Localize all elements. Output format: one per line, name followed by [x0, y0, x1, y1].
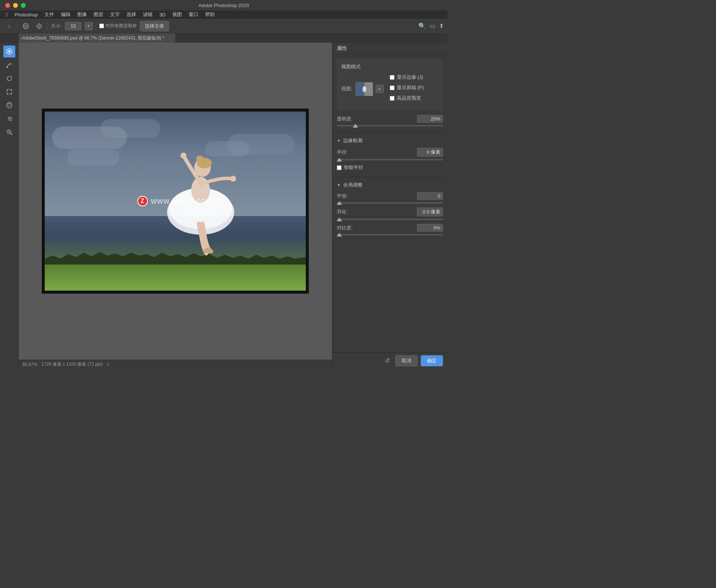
menu-text[interactable]: 文字	[107, 10, 123, 19]
menubar:  Photoshop 文件 编辑 图像 图层 文字 选择 滤镜 3D 视图 窗…	[0, 10, 448, 19]
selection-brush-tool[interactable]	[3, 46, 15, 57]
svg-point-18	[7, 103, 12, 108]
contrast-thumb[interactable]	[337, 233, 342, 237]
zoom-tool[interactable]	[3, 126, 15, 138]
document-tab[interactable]: × AdobeStock_78360685.psd @ 66.7% (Dance…	[19, 34, 176, 43]
all-layers-checkbox-label: 对所有图层取样	[99, 23, 137, 29]
main-layout: Z www.MacZ.com 会打开一个单独的工作区 66.67% 1728 像…	[0, 43, 448, 369]
canvas-content[interactable]: Z www.MacZ.com 会打开一个单独的工作区	[19, 43, 332, 360]
smooth-slider[interactable]	[337, 202, 443, 204]
all-layers-checkbox[interactable]	[99, 24, 104, 28]
view-dropdown-button[interactable]: ▾	[376, 85, 384, 93]
menu-edit[interactable]: 编辑	[58, 10, 73, 19]
titlebar: Adobe Photoshop 2020	[0, 0, 448, 10]
view-mode-title: 视图模式	[341, 63, 439, 70]
menu-3d[interactable]: 3D	[156, 11, 169, 18]
close-button[interactable]	[5, 3, 10, 8]
contrast-row: 对比度: 0%	[337, 224, 443, 232]
transparency-label: 透明度:	[337, 116, 353, 122]
menu-photoshop[interactable]: Photoshop	[12, 11, 41, 18]
reset-button[interactable]: ↺	[382, 356, 392, 366]
home-icon[interactable]: ⌂	[4, 21, 14, 31]
transparency-slider[interactable]	[337, 125, 443, 126]
toolbar-sep-3	[96, 22, 96, 30]
status-bar: 66.67% 1728 像素 x 1100 像素 (72 ppi) >	[19, 360, 332, 369]
toolbar-sep-1	[17, 22, 18, 30]
tab-title: AdobeStock_78360685.psd @ 66.7% (Dancer-…	[22, 35, 164, 41]
speech-bubble-tool[interactable]	[3, 99, 15, 111]
smooth-value[interactable]: 0	[417, 192, 443, 200]
minimize-button[interactable]	[13, 3, 18, 8]
apple-menu[interactable]: 	[3, 11, 11, 18]
brush-tool-icon[interactable]	[21, 21, 31, 31]
svg-point-11	[6, 66, 8, 68]
smart-radius-label: 智能半径	[344, 164, 363, 171]
layout-icon[interactable]: ▭	[430, 22, 435, 29]
select-subject-button[interactable]: 选择主体	[140, 21, 169, 31]
view-label: 视图:	[341, 85, 352, 92]
brush-refine-tool[interactable]	[3, 59, 15, 71]
ok-button[interactable]: 确定	[421, 355, 443, 366]
svg-line-12	[8, 76, 9, 77]
radius-value[interactable]: 0 像素	[417, 148, 443, 157]
all-layers-label: 对所有图层取样	[106, 23, 137, 29]
svg-point-35	[362, 86, 366, 92]
size-label: 大小:	[51, 23, 62, 29]
radius-label: 半径:	[337, 149, 348, 156]
contrast-slider[interactable]	[337, 234, 443, 235]
search-icon[interactable]: 🔍	[418, 22, 426, 29]
menu-select[interactable]: 选择	[123, 10, 139, 19]
view-row: 视图: ▾ 显示边缘 (J)	[341, 74, 439, 104]
view-preview-thumbnail[interactable]	[355, 82, 373, 96]
feather-value[interactable]: 0.0 像素	[417, 207, 443, 216]
size-input[interactable]	[65, 22, 82, 30]
share-icon[interactable]: ⬆	[439, 22, 444, 29]
maximize-button[interactable]	[21, 3, 26, 8]
feather-slider[interactable]	[337, 219, 443, 220]
properties-panel: 属性 视图模式 视图: ▾	[332, 43, 448, 369]
transparency-track	[337, 125, 443, 126]
panel-footer: ↺ 取消 确定	[332, 352, 448, 369]
svg-rect-16	[7, 93, 8, 94]
menu-window[interactable]: 窗口	[186, 10, 201, 19]
menu-file[interactable]: 文件	[41, 10, 57, 19]
transform-tool[interactable]	[3, 86, 15, 98]
lasso-tool[interactable]	[3, 72, 15, 84]
dimensions-info: 1728 像素 x 1100 像素 (72 ppi)	[41, 361, 103, 368]
global-adjust-section: ▼ 全局调整 平滑: 0 羽化: 0.0 像素	[337, 182, 443, 235]
transparency-value[interactable]: 20%	[417, 115, 443, 123]
radius-slider[interactable]	[337, 159, 443, 160]
size-dropdown[interactable]: ▾	[85, 22, 93, 30]
global-adjust-collapse[interactable]: ▼ 全局调整	[337, 182, 443, 188]
edge-detection-collapse[interactable]: ▼ 边缘检测	[337, 137, 443, 144]
svg-point-0	[23, 24, 28, 29]
smooth-thumb[interactable]	[337, 201, 342, 205]
high-quality-label: 高品质预览	[397, 95, 421, 101]
transparency-row: 透明度: 20%	[337, 115, 443, 123]
show-original-checkbox[interactable]	[390, 85, 395, 90]
crosshair-icon[interactable]	[34, 21, 44, 31]
show-edges-checkbox[interactable]	[390, 75, 395, 80]
radius-thumb[interactable]	[337, 158, 342, 162]
status-arrow-icon[interactable]: >	[106, 362, 109, 367]
cloud-4	[67, 149, 119, 166]
menu-filter[interactable]: 滤镜	[140, 10, 156, 19]
hand-tool[interactable]	[3, 113, 15, 125]
cancel-button[interactable]: 取消	[395, 355, 418, 366]
canvas-wrapper: Z www.MacZ.com	[42, 109, 309, 294]
menu-help[interactable]: 帮助	[202, 10, 218, 19]
contrast-value[interactable]: 0%	[417, 224, 443, 232]
tab-close-icon[interactable]: ×	[20, 36, 22, 40]
feather-thumb[interactable]	[337, 218, 342, 221]
menu-image[interactable]: 图像	[74, 10, 90, 19]
smooth-label: 平滑:	[337, 193, 348, 200]
smart-radius-checkbox[interactable]	[337, 165, 342, 170]
svg-line-20	[10, 133, 12, 135]
canvas-image: Z www.MacZ.com	[45, 112, 306, 291]
toolbar-sep-2	[47, 22, 48, 30]
panel-title: 属性	[337, 45, 347, 52]
transparency-thumb[interactable]	[353, 124, 358, 128]
high-quality-checkbox[interactable]	[390, 96, 395, 101]
menu-view[interactable]: 视图	[169, 10, 185, 19]
menu-layers[interactable]: 图层	[91, 10, 106, 19]
